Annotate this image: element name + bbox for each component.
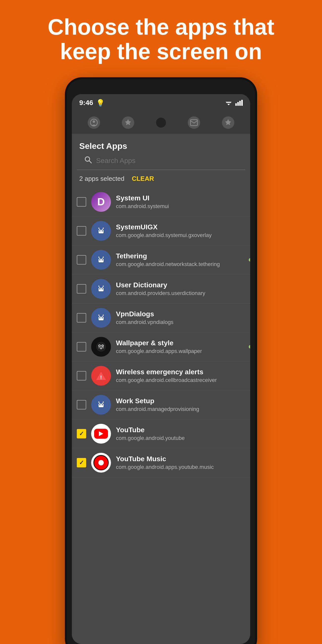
selection-count: 2 apps selected: [79, 175, 124, 182]
app-checkbox[interactable]: [77, 255, 86, 264]
app-icon-android: [91, 221, 111, 241]
svg-point-42: [98, 314, 99, 316]
phone-frame: 9:46 💡: [67, 79, 255, 644]
app-name: Work Setup: [116, 397, 245, 405]
app-list: D System UI com.android.systemui SystemU…: [72, 188, 250, 477]
app-info: Wallpaper & style com.google.android.app…: [116, 339, 245, 354]
hero-title: Choose the apps that keep the screen on: [0, 0, 322, 74]
signal-icon: [235, 100, 243, 106]
app-package: com.google.android.networkstack.tetherin…: [116, 261, 245, 268]
svg-point-26: [98, 256, 99, 258]
time-display: 9:46: [79, 99, 93, 107]
list-item[interactable]: VpnDialogs com.android.vpndialogs: [72, 304, 250, 332]
app-name: User Dictionary: [116, 281, 245, 289]
svg-rect-21: [98, 259, 104, 262]
app-package: com.android.vpndialogs: [116, 319, 245, 326]
app-package: com.android.managedprovisioning: [116, 406, 245, 412]
svg-rect-29: [98, 288, 104, 291]
app-name: YouTube Music: [116, 455, 245, 463]
selection-row: 2 apps selected CLEAR: [72, 170, 250, 188]
app-bar: [72, 112, 250, 134]
svg-point-59: [102, 404, 103, 406]
app-checkbox[interactable]: [77, 458, 86, 468]
svg-point-15: [102, 230, 103, 232]
app-icon-android: [91, 279, 111, 299]
app-package: com.google.android.cellbroadcastreceiver: [116, 377, 245, 384]
dialog-title: Select Apps: [72, 134, 250, 156]
status-left: 9:46 💡: [79, 99, 105, 107]
dialog-panel: Select Apps 2 apps selected CLEAR: [72, 134, 250, 644]
search-icon: [84, 156, 92, 166]
app-checkbox[interactable]: [77, 313, 86, 322]
svg-point-48: [99, 345, 100, 346]
list-item[interactable]: D System UI com.android.systemui: [72, 188, 250, 216]
hero-line1: Choose the apps that: [20, 15, 302, 40]
status-bar: 9:46 💡: [72, 94, 250, 112]
app-info: YouTube Music com.google.android.apps.yo…: [116, 455, 245, 470]
app-package: com.android.providers.userdictionary: [116, 290, 245, 296]
svg-point-22: [99, 259, 100, 260]
svg-rect-5: [239, 101, 241, 106]
app-bar-icon-2: [122, 116, 134, 129]
list-item[interactable]: YouTube com.google.android.youtube: [72, 419, 250, 448]
wifi-icon: [224, 100, 233, 106]
search-input[interactable]: [96, 157, 238, 165]
app-info: Wireless emergency alerts com.google.and…: [116, 368, 245, 384]
list-item[interactable]: Work Setup com.android.managedprovisioni…: [72, 390, 250, 419]
clear-button[interactable]: CLEAR: [132, 175, 154, 182]
svg-point-31: [102, 288, 103, 290]
app-icon-systemui: D: [91, 192, 111, 212]
app-info: VpnDialogs com.android.vpndialogs: [116, 310, 245, 326]
list-item[interactable]: Tethering com.google.android.networkstac…: [72, 246, 250, 274]
app-icon-android: [91, 308, 111, 328]
status-right: [224, 100, 243, 106]
svg-rect-57: [98, 404, 104, 407]
status-dot: [249, 258, 250, 262]
bulb-icon: 💡: [96, 99, 105, 107]
svg-point-27: [103, 256, 104, 258]
app-package: com.google.android.apps.youtube.music: [116, 464, 245, 470]
app-checkbox[interactable]: [77, 284, 86, 294]
app-icon-android: [91, 250, 111, 270]
search-bar[interactable]: [77, 156, 245, 170]
list-item[interactable]: ! Wireless emergency alerts com.google.a…: [72, 362, 250, 390]
hero-line2: keep the screen on: [20, 40, 302, 64]
camera-notch: [156, 118, 166, 128]
app-info: Tethering com.google.android.networkstac…: [116, 252, 245, 268]
list-item[interactable]: SystemUIGX com.google.android.systemui.g…: [72, 216, 250, 246]
svg-point-30: [99, 288, 100, 290]
app-checkbox[interactable]: [77, 342, 86, 352]
app-package: com.google.android.apps.wallpaper: [116, 348, 245, 354]
svg-point-58: [99, 404, 100, 406]
app-name: VpnDialogs: [116, 310, 245, 318]
svg-rect-13: [98, 230, 104, 233]
app-package: com.android.systemui: [116, 203, 245, 210]
app-icon-wallpaper: [91, 337, 111, 357]
phone-screen: 9:46 💡: [72, 94, 250, 644]
app-name: Wireless emergency alerts: [116, 368, 245, 376]
app-name: Wallpaper & style: [116, 339, 245, 347]
app-name: SystemUIGX: [116, 223, 245, 231]
svg-point-50: [100, 347, 102, 349]
app-info: User Dictionary com.android.providers.us…: [116, 281, 245, 296]
list-item[interactable]: Wallpaper & style com.google.android.app…: [72, 332, 250, 362]
app-checkbox[interactable]: [77, 371, 86, 380]
list-item[interactable]: YouTube Music com.google.android.apps.yo…: [72, 448, 250, 477]
list-item[interactable]: User Dictionary com.android.providers.us…: [72, 274, 250, 304]
svg-line-11: [89, 161, 92, 163]
app-checkbox[interactable]: [77, 197, 86, 206]
svg-point-39: [102, 317, 103, 318]
svg-point-35: [103, 286, 104, 286]
app-checkbox[interactable]: [77, 226, 86, 236]
app-checkbox[interactable]: [77, 429, 86, 438]
app-checkbox[interactable]: [77, 400, 86, 410]
svg-point-43: [103, 314, 104, 316]
app-name: YouTube: [116, 426, 245, 434]
svg-rect-3: [235, 103, 237, 106]
svg-point-45: [96, 342, 106, 352]
svg-point-14: [99, 230, 100, 232]
app-name: Tethering: [116, 252, 245, 260]
app-package: com.google.android.youtube: [116, 435, 245, 442]
svg-rect-37: [98, 317, 104, 320]
svg-point-38: [99, 317, 100, 318]
